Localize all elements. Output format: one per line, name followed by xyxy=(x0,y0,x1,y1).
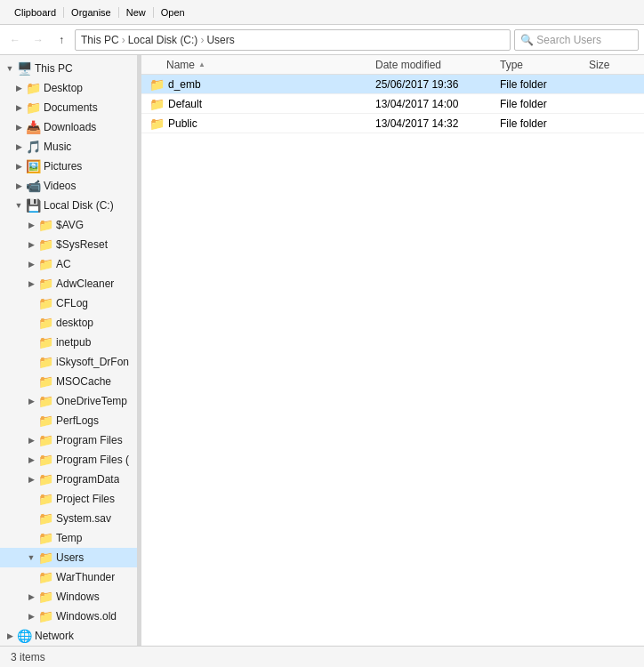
expander-downloads[interactable]: ▶ xyxy=(12,121,25,133)
folder-icon-public: 📁 xyxy=(149,117,165,131)
folder-icon-downloads: 📥 xyxy=(25,120,41,134)
sidebar-item-perflogs[interactable]: ▶ 📁 PerfLogs xyxy=(0,411,137,430)
back-button[interactable]: ← xyxy=(5,30,25,50)
col-header-size[interactable]: Size xyxy=(582,59,644,71)
expander-desktop2: ▶ xyxy=(25,317,37,329)
sidebar-item-music[interactable]: ▶ 🎵 Music xyxy=(0,137,137,157)
expander-documents[interactable]: ▶ xyxy=(12,101,25,114)
file-type-d-emb: File folder xyxy=(493,78,582,91)
sidebar-item-users[interactable]: ▼ 📁 Users xyxy=(0,548,137,567)
expander-programdata[interactable]: ▶ xyxy=(25,473,37,486)
status-text: 3 items xyxy=(11,651,45,663)
expander-network[interactable]: ▶ xyxy=(4,630,16,642)
folder-icon-pictures: 🖼️ xyxy=(25,159,41,173)
expander-desktop[interactable]: ▶ xyxy=(12,82,25,94)
folder-icon-videos: 📹 xyxy=(25,179,41,193)
expander-adwcleaner[interactable]: ▶ xyxy=(25,277,37,290)
folder-icon-music: 🎵 xyxy=(25,140,41,154)
file-date-default: 13/04/2017 14:00 xyxy=(368,98,493,110)
sidebar-item-desktop[interactable]: ▶ 📁 Desktop xyxy=(0,78,137,98)
sidebar-item-downloads[interactable]: ▶ 📥 Downloads xyxy=(0,117,137,137)
sidebar-item-windows[interactable]: ▶ 📁 Windows xyxy=(0,587,137,607)
col-header-type[interactable]: Type xyxy=(493,59,582,71)
sidebar-label-onedrivetemp: OneDriveTemp xyxy=(56,395,127,407)
sidebar-item-ssysreset[interactable]: ▶ 📁 $SysReset xyxy=(0,235,137,254)
file-row-d-emb[interactable]: 📁 d_emb 25/06/2017 19:36 File folder xyxy=(141,75,644,94)
sidebar-item-ac[interactable]: ▶ 📁 AC xyxy=(0,254,137,274)
expander-onedrivetemp[interactable]: ▶ xyxy=(25,395,37,407)
breadcrumb-local-disk[interactable]: Local Disk (C:) xyxy=(128,34,198,46)
sidebar-label-program-files: Program Files xyxy=(56,434,123,446)
expander-perflogs: ▶ xyxy=(25,414,37,427)
expander-savg[interactable]: ▶ xyxy=(25,219,37,231)
sidebar-label-warthunder: WarThunder xyxy=(56,571,115,583)
sidebar-item-project-files[interactable]: ▶ 📁 Project Files xyxy=(0,489,137,509)
sidebar-item-network[interactable]: ▶ 🌐 Network xyxy=(0,626,137,646)
sidebar-label-videos: Videos xyxy=(44,180,76,192)
expander-windows-old[interactable]: ▶ xyxy=(25,610,37,623)
file-label-d-emb: d_emb xyxy=(168,78,201,91)
sidebar-label-inetpub: inetpub xyxy=(56,336,91,349)
sidebar-item-system-sav[interactable]: ▶ 📁 System.sav xyxy=(0,509,137,528)
expander-windows[interactable]: ▶ xyxy=(25,591,37,603)
sidebar-label-programdata: ProgramData xyxy=(56,473,119,486)
sidebar-item-inetpub[interactable]: ▶ 📁 inetpub xyxy=(0,333,137,352)
sidebar-item-adwcleaner[interactable]: ▶ 📁 AdwCleaner xyxy=(0,274,137,293)
sidebar-item-local-disk-c[interactable]: ▼ 💾 Local Disk (C:) xyxy=(0,196,137,215)
folder-icon-documents: 📁 xyxy=(25,100,41,115)
sort-arrow: ▲ xyxy=(198,60,205,68)
expander-project-files: ▶ xyxy=(25,493,37,505)
sidebar-item-iskysoft[interactable]: ▶ 📁 iSkysoft_DrFon xyxy=(0,352,137,372)
sidebar-item-program-files-x86[interactable]: ▶ 📁 Program Files ( xyxy=(0,450,137,470)
expander-ac[interactable]: ▶ xyxy=(25,258,37,270)
organise-label: Organise xyxy=(71,7,111,18)
sidebar-item-onedrivetemp[interactable]: ▶ 📁 OneDriveTemp xyxy=(0,391,137,411)
up-button[interactable]: ↑ xyxy=(52,30,71,50)
col-header-name[interactable]: Name ▲ xyxy=(141,59,368,71)
folder-icon-windows-old: 📁 xyxy=(37,609,53,623)
search-box[interactable]: 🔍 Search Users xyxy=(514,29,639,51)
sidebar-item-pictures[interactable]: ▶ 🖼️ Pictures xyxy=(0,157,137,176)
sidebar-item-programdata[interactable]: ▶ 📁 ProgramData xyxy=(0,470,137,489)
expander-pictures[interactable]: ▶ xyxy=(12,160,25,173)
sidebar-item-savg[interactable]: ▶ 📁 $AVG xyxy=(0,215,137,235)
sidebar-label-music: Music xyxy=(44,141,71,153)
sidebar-item-program-files[interactable]: ▶ 📁 Program Files xyxy=(0,430,137,450)
breadcrumb-sep-1: › xyxy=(122,34,125,46)
sidebar-item-videos[interactable]: ▶ 📹 Videos xyxy=(0,176,137,196)
expander-program-files[interactable]: ▶ xyxy=(25,434,37,446)
sidebar-item-windows-old[interactable]: ▶ 📁 Windows.old xyxy=(0,607,137,626)
sidebar-item-this-pc[interactable]: ▼ 🖥️ This PC xyxy=(0,59,137,78)
col-header-date[interactable]: Date modified xyxy=(368,59,493,71)
folder-icon-onedrivetemp: 📁 xyxy=(37,394,53,408)
sidebar-item-desktop2[interactable]: ▶ 📁 desktop xyxy=(0,313,137,333)
expander-local-disk-c[interactable]: ▼ xyxy=(12,199,25,212)
sidebar-item-warthunder[interactable]: ▶ 📁 WarThunder xyxy=(0,567,137,587)
file-row-public[interactable]: 📁 Public 13/04/2017 14:32 File folder xyxy=(141,114,644,133)
breadcrumb-users[interactable]: Users xyxy=(206,34,234,46)
sidebar-item-msocache[interactable]: ▶ 📁 MSOCache xyxy=(0,372,137,391)
expander-ssysreset[interactable]: ▶ xyxy=(25,238,37,251)
expander-videos[interactable]: ▶ xyxy=(12,180,25,192)
file-type-default: File folder xyxy=(493,98,582,110)
file-name-public: 📁 Public xyxy=(141,117,368,131)
open-section: Open xyxy=(154,7,192,18)
content-area: Name ▲ Date modified Type Size 📁 d_emb 2… xyxy=(141,55,644,646)
expander-program-files-x86[interactable]: ▶ xyxy=(25,454,37,466)
expander-this-pc[interactable]: ▼ xyxy=(4,62,16,75)
sidebar-label-ssysreset: $SysReset xyxy=(56,238,108,251)
expander-music[interactable]: ▶ xyxy=(12,141,25,153)
expander-users[interactable]: ▼ xyxy=(25,551,37,564)
breadcrumb-this-pc[interactable]: This PC xyxy=(81,34,119,46)
sidebar-item-temp[interactable]: ▶ 📁 Temp xyxy=(0,528,137,548)
drive-icon-c: 💾 xyxy=(25,198,41,213)
sidebar-label-program-files-x86: Program Files ( xyxy=(56,454,129,466)
sidebar-label-savg: $AVG xyxy=(56,219,84,231)
breadcrumb[interactable]: This PC › Local Disk (C:) › Users xyxy=(75,29,511,51)
sidebar-label-cflog: CFLog xyxy=(56,297,88,309)
sidebar-item-cflog[interactable]: ▶ 📁 CFLog xyxy=(0,293,137,313)
forward-button[interactable]: → xyxy=(28,30,48,50)
sidebar-item-documents[interactable]: ▶ 📁 Documents xyxy=(0,98,137,117)
file-row-default[interactable]: 📁 Default 13/04/2017 14:00 File folder xyxy=(141,94,644,114)
sidebar-label-local-disk-c: Local Disk (C:) xyxy=(44,199,114,212)
